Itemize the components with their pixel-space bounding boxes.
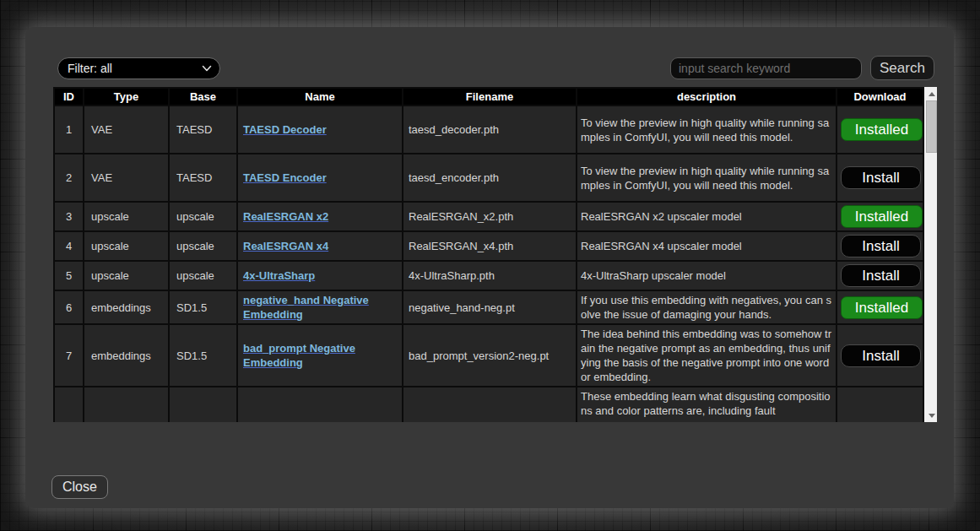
model-name-link[interactable]: TAESD Decoder	[243, 123, 327, 136]
table-row: 6embeddingsSD1.5negative_hand Negative E…	[54, 290, 923, 324]
cell-type: upscale	[84, 202, 169, 231]
cell-type: upscale	[84, 231, 169, 261]
cell-download: Install	[837, 154, 923, 202]
install-button[interactable]: Install	[841, 235, 921, 257]
triangle-up-icon	[929, 92, 935, 96]
model-table: IDTypeBaseNameFilenamedescriptionDownloa…	[53, 87, 924, 422]
table-scrollbar[interactable]	[924, 87, 937, 422]
cell-name: RealESRGAN x4	[237, 231, 403, 261]
column-header-filename: Filename	[403, 88, 577, 106]
install-button[interactable]: Install	[841, 166, 921, 189]
filter-dropdown-wrap: Filter: all	[57, 57, 220, 79]
installed-button[interactable]: Installed	[841, 118, 923, 141]
cell-description: The idea behind this embedding was to so…	[577, 324, 837, 387]
cell-id: 2	[54, 154, 84, 202]
cell-name: negative_hand Negative Embedding	[237, 290, 403, 324]
cell-base: TAESD	[169, 154, 237, 202]
cell-name: RealESRGAN x2	[237, 202, 403, 231]
cell-description: RealESRGAN x2 upscaler model	[577, 202, 837, 231]
filter-select[interactable]: Filter: all	[57, 57, 220, 79]
triangle-down-icon	[929, 414, 935, 418]
cell-download	[837, 387, 923, 422]
cell-base	[169, 387, 237, 422]
column-header-type: Type	[84, 88, 169, 106]
cell-filename: negative_hand-neg.pt	[403, 290, 577, 324]
column-header-base: Base	[169, 88, 237, 106]
cell-base: SD1.5	[169, 324, 237, 387]
cell-base: upscale	[169, 202, 237, 231]
cell-description: To view the preview in high quality whil…	[577, 154, 837, 202]
cell-filename: RealESRGAN_x2.pth	[403, 202, 577, 231]
scrollbar-up-button[interactable]	[924, 87, 937, 100]
search-button[interactable]: Search	[870, 56, 934, 80]
model-name-link[interactable]: 4x-UltraSharp	[243, 269, 315, 282]
install-button[interactable]: Install	[841, 264, 921, 287]
model-name-link[interactable]: RealESRGAN x2	[243, 210, 328, 223]
model-table-body: 1VAETAESDTAESD Decodertaesd_decoder.pthT…	[54, 106, 923, 422]
cell-type: VAE	[84, 106, 169, 154]
cell-filename	[403, 387, 577, 422]
cell-base: SD1.5	[169, 290, 237, 324]
install-button[interactable]: Install	[841, 344, 921, 367]
column-header-download: Download	[837, 88, 923, 106]
table-row: 1VAETAESDTAESD Decodertaesd_decoder.pthT…	[54, 106, 923, 154]
model-name-link[interactable]: bad_prompt Negative Embedding	[243, 342, 355, 369]
install-models-dialog: Filter: all Search IDTypeBaseNameFilenam…	[25, 27, 954, 508]
cell-description: RealESRGAN x4 upscaler model	[577, 231, 837, 261]
scrollbar-thumb[interactable]	[926, 100, 937, 153]
cell-download: Install	[837, 231, 923, 261]
cell-base: TAESD	[169, 106, 237, 154]
cell-type	[84, 387, 169, 422]
cell-filename: taesd_decoder.pth	[403, 106, 577, 154]
search-input[interactable]	[670, 57, 862, 79]
scrollbar-down-button[interactable]	[924, 409, 937, 422]
cell-name: bad_prompt Negative Embedding	[237, 324, 403, 387]
table-row: 5upscaleupscale4x-UltraSharp4x-UltraShar…	[54, 261, 923, 290]
cell-download: Install	[837, 324, 923, 387]
cell-download: Installed	[837, 106, 923, 154]
model-name-link[interactable]: RealESRGAN x4	[243, 240, 328, 252]
cell-name: TAESD Decoder	[237, 106, 403, 154]
cell-filename: bad_prompt_version2-neg.pt	[403, 324, 577, 387]
cell-id: 5	[54, 261, 84, 290]
cell-base: upscale	[169, 231, 237, 261]
cell-type: upscale	[84, 261, 169, 290]
table-row: 4upscaleupscaleRealESRGAN x4RealESRGAN_x…	[54, 231, 923, 261]
installed-button[interactable]: Installed	[841, 296, 923, 319]
table-header-row: IDTypeBaseNameFilenamedescriptionDownloa…	[54, 88, 923, 106]
cell-download: Install	[837, 261, 923, 290]
table-row: 2VAETAESDTAESD Encodertaesd_encoder.pthT…	[54, 154, 923, 202]
cell-description: 4x-UltraSharp upscaler model	[577, 261, 837, 290]
close-button[interactable]: Close	[51, 475, 108, 499]
table-row: 3upscaleupscaleRealESRGAN x2RealESRGAN_x…	[54, 202, 923, 231]
cell-id: 4	[54, 231, 84, 261]
cell-id: 3	[54, 202, 84, 231]
cell-name	[237, 387, 403, 422]
column-header-id: ID	[54, 88, 84, 106]
cell-type: VAE	[84, 154, 169, 202]
cell-id: 6	[54, 290, 84, 324]
cell-id: 1	[54, 106, 84, 154]
model-table-viewport: IDTypeBaseNameFilenamedescriptionDownloa…	[53, 87, 937, 422]
installed-button[interactable]: Installed	[841, 205, 923, 228]
cell-filename: taesd_encoder.pth	[403, 154, 577, 202]
cell-name: TAESD Encoder	[237, 154, 403, 202]
table-row: 7embeddingsSD1.5bad_prompt Negative Embe…	[54, 324, 923, 387]
cell-base: upscale	[169, 261, 237, 290]
cell-description: These embedding learn what disgusting co…	[577, 387, 837, 422]
cell-description: To view the preview in high quality whil…	[577, 106, 837, 154]
cell-name: 4x-UltraSharp	[237, 261, 403, 290]
cell-id: 7	[54, 324, 84, 387]
cell-type: embeddings	[84, 324, 169, 387]
cell-filename: RealESRGAN_x4.pth	[403, 231, 577, 261]
column-header-description: description	[577, 88, 837, 106]
cell-description: If you use this embedding with negatives…	[577, 290, 837, 324]
cell-id	[54, 387, 84, 422]
cell-download: Installed	[837, 202, 923, 231]
cell-type: embeddings	[84, 290, 169, 324]
column-header-name: Name	[237, 88, 403, 106]
table-row: These embedding learn what disgusting co…	[54, 387, 923, 422]
model-name-link[interactable]: negative_hand Negative Embedding	[243, 294, 369, 321]
model-name-link[interactable]: TAESD Encoder	[243, 171, 327, 184]
cell-filename: 4x-UltraSharp.pth	[403, 261, 577, 290]
